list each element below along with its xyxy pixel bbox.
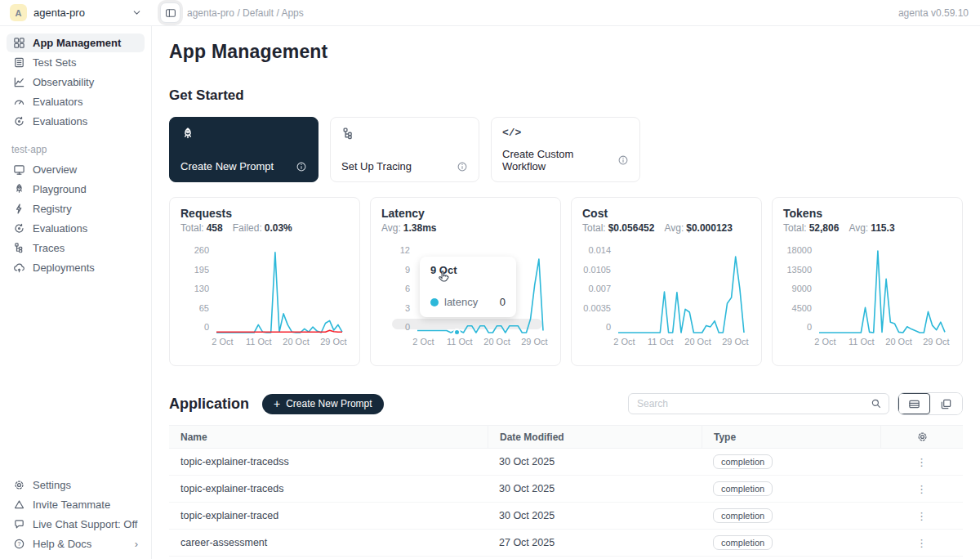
x-axis-labels: 2 Oct11 Oct20 Oct29 Oct (416, 337, 545, 348)
card-label: Create New Prompt (180, 160, 274, 172)
workspace-name: agenta-pro (33, 7, 85, 19)
hovered-point-marker (453, 329, 461, 336)
search-input[interactable] (637, 398, 871, 409)
sidebar-item-observability[interactable]: Observability (7, 73, 145, 92)
app-name: topic-explainer-traced (169, 510, 488, 521)
sidebar-item-app-management[interactable]: App Management (7, 34, 145, 52)
y-axis-labels: 260195130650 (180, 244, 215, 332)
gear-icon[interactable] (916, 431, 929, 443)
get-started-heading: Get Started (169, 87, 963, 104)
chart-title: Tokens (783, 207, 951, 220)
column-header-type[interactable]: Type (702, 426, 880, 448)
cost-line-chart[interactable] (617, 244, 746, 335)
cost-chart-card: Cost Total:$0.056452 Avg:$0.000123 0.014… (571, 197, 762, 366)
sidebar-item-settings[interactable]: Settings (7, 476, 145, 494)
row-menu-icon[interactable]: ⋮ (916, 483, 927, 495)
card-label: Set Up Tracing (341, 160, 412, 172)
sidebar-toggle-button[interactable] (160, 2, 180, 23)
app-name: topic-explainer-tracedss (169, 456, 488, 467)
column-header-name[interactable]: Name (169, 432, 488, 443)
row-menu-icon[interactable]: ⋮ (916, 537, 927, 549)
refresh-circle-icon (13, 222, 25, 235)
sidebar-item-playground[interactable]: Playground (7, 180, 145, 199)
app-version: agenta v0.59.10 (898, 7, 969, 19)
sidebar-item-test-sets[interactable]: Test Sets (7, 53, 145, 72)
column-settings[interactable] (880, 426, 963, 448)
y-axis-labels: 129630 (381, 244, 416, 332)
sidebar-item-live-chat-support[interactable]: Live Chat Support: Off (7, 515, 145, 534)
app-section-label: test-app (11, 144, 151, 155)
table-row[interactable]: career-assessment 27 Oct 2025 completion… (169, 530, 963, 557)
tree-icon (13, 242, 25, 254)
x-axis-labels: 2 Oct11 Oct20 Oct29 Oct (817, 337, 947, 348)
table-row[interactable]: topic-explainer-tracedss 30 Oct 2025 com… (169, 449, 963, 476)
chart-line-icon (13, 76, 25, 88)
sidebar-item-app-evaluations[interactable]: Evaluations (7, 219, 145, 238)
refresh-circle-icon (13, 115, 25, 127)
sidebar-item-registry[interactable]: Registry (7, 199, 145, 218)
search-icon[interactable] (871, 398, 882, 409)
sidebar-item-overview[interactable]: Overview (7, 160, 145, 179)
card-view-button[interactable] (930, 393, 962, 414)
chart-title: Latency (381, 207, 550, 220)
sidebar-item-deployments[interactable]: Deployments (7, 258, 145, 277)
sidebar-item-evaluators[interactable]: Evaluators (7, 92, 145, 111)
sidebar: App Management Test Sets Observability E… (0, 26, 152, 559)
create-new-prompt-card[interactable]: Create New Prompt (169, 117, 318, 182)
chart-title: Cost (582, 207, 751, 220)
list-icon (13, 56, 25, 69)
type-badge: completion (713, 454, 773, 469)
tooltip-series-label: latency (444, 296, 478, 308)
table-view-icon (908, 398, 920, 410)
cloud-icon (13, 262, 25, 274)
type-badge: completion (713, 481, 773, 496)
applications-table: Name Date Modified Type topic-explainer-… (169, 425, 963, 557)
sidebar-item-evaluations[interactable]: Evaluations (7, 112, 145, 131)
tokens-line-chart[interactable] (817, 244, 947, 335)
row-menu-icon[interactable]: ⋮ (916, 510, 927, 522)
x-axis-labels: 2 Oct11 Oct20 Oct29 Oct (617, 337, 746, 348)
rocket-icon (180, 127, 307, 141)
tokens-chart-card: Tokens Total:52,806 Avg:115.3 1800013500… (772, 197, 963, 366)
info-icon[interactable] (296, 161, 307, 172)
help-icon: ? (13, 538, 25, 550)
plus-icon: + (274, 398, 280, 409)
top-bar: A agenta-pro agenta-pro / Default / Apps… (0, 0, 980, 26)
requests-line-chart[interactable] (215, 244, 344, 335)
y-axis-labels: 0.0140.01050.0070.00350 (582, 244, 617, 332)
table-row[interactable]: topic-explainer-traceds 30 Oct 2025 comp… (169, 476, 963, 503)
sidebar-item-traces[interactable]: Traces (7, 239, 145, 257)
code-icon: </> (502, 127, 629, 139)
type-badge: completion (713, 508, 773, 523)
chart-stats: Total:458 Failed:0.03% (180, 222, 349, 234)
column-header-date-modified[interactable]: Date Modified (488, 426, 702, 448)
mouse-cursor-pointer (436, 270, 452, 285)
application-header: Application + Create New Prompt (169, 392, 963, 415)
create-custom-workflow-card[interactable]: </> Create Custom Workflow (491, 117, 640, 182)
sidebar-bottom: Settings Invite Teammate Live Chat Suppo… (0, 475, 151, 554)
y-axis-labels: 1800013500900045000 (783, 244, 817, 332)
sidebar-item-help-docs[interactable]: ? Help & Docs › (7, 534, 145, 553)
row-menu-icon[interactable]: ⋮ (916, 456, 927, 468)
svg-text:?: ? (18, 541, 21, 547)
app-date-modified: 30 Oct 2025 (488, 483, 702, 494)
search-box[interactable] (628, 393, 889, 414)
metrics-charts: Requests Total:458 Failed:0.03% 26019513… (169, 197, 963, 366)
info-icon[interactable] (617, 154, 629, 166)
table-view-button[interactable] (898, 393, 930, 414)
chevron-right-icon: › (135, 538, 138, 550)
table-header: Name Date Modified Type (169, 425, 963, 449)
type-badge: completion (713, 535, 773, 550)
sidebar-item-invite-teammate[interactable]: Invite Teammate (7, 495, 145, 514)
workspace-selector[interactable]: A agenta-pro (0, 0, 152, 25)
info-icon[interactable] (457, 161, 468, 172)
gear-icon (13, 479, 25, 491)
series-dot (430, 298, 439, 306)
latency-chart-card: Latency Avg:1.38ms 129630 2 Oct11 Oct20 … (370, 197, 561, 366)
bolt-icon (13, 203, 25, 215)
create-new-prompt-button[interactable]: + Create New Prompt (262, 394, 384, 414)
breadcrumb[interactable]: agenta-pro / Default / Apps (187, 7, 304, 19)
table-row[interactable]: topic-explainer-traced 30 Oct 2025 compl… (169, 503, 963, 530)
gauge-icon (13, 96, 25, 108)
set-up-tracing-card[interactable]: Set Up Tracing (330, 117, 479, 182)
